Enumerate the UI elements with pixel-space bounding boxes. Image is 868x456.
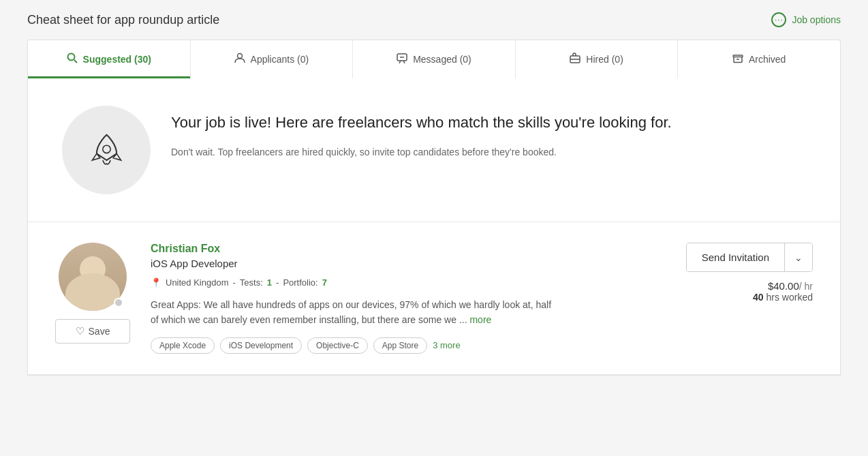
send-invitation-button[interactable]: Send Invitation	[687, 243, 784, 271]
skill-tags: Apple Xcode iOS Development Objective-C …	[151, 337, 666, 354]
tab-messaged[interactable]: Messaged (0)	[353, 40, 516, 78]
job-options-icon: ···	[771, 12, 786, 27]
online-status-dot	[114, 298, 123, 307]
location-icon: 📍	[151, 277, 161, 288]
svg-point-0	[67, 54, 74, 61]
skill-tag[interactable]: iOS Development	[220, 337, 302, 354]
chevron-down-icon: ⌄	[794, 252, 803, 263]
hours-worked: 40 hrs worked	[753, 292, 813, 303]
page-header: Cheat sheet for app roundup article ··· …	[0, 0, 868, 40]
svg-line-1	[74, 60, 77, 63]
freelancer-bio: Great Apps: We all have hundreds of apps…	[151, 297, 559, 328]
tab-messaged-label: Messaged (0)	[413, 54, 471, 65]
banner-subtext: Don't wait. Top freelancers are hired qu…	[171, 145, 672, 159]
avatar-wrapper	[59, 243, 127, 311]
archive-icon	[732, 52, 743, 66]
tab-suggested[interactable]: Suggested (30)	[28, 40, 191, 78]
tab-hired[interactable]: Hired (0)	[516, 40, 679, 78]
tab-archived-label: Archived	[749, 54, 786, 65]
tab-bar: Suggested (30) Applicants (0) Messaged (…	[27, 40, 841, 78]
skill-tag[interactable]: Apple Xcode	[151, 337, 215, 354]
more-skills-link[interactable]: 3 more	[433, 340, 460, 350]
save-label: Save	[89, 326, 110, 337]
banner-text: Your job is live! Here are freelancers w…	[171, 106, 672, 159]
tab-applicants-label: Applicants (0)	[251, 54, 309, 65]
banner-heading: Your job is live! Here are freelancers w…	[171, 112, 672, 134]
svg-point-8	[102, 145, 110, 153]
job-options-button[interactable]: ··· Job options	[771, 12, 841, 27]
tab-archived[interactable]: Archived	[678, 40, 840, 78]
tab-suggested-label: Suggested (30)	[83, 54, 151, 65]
search-icon	[67, 52, 78, 66]
invite-group: Send Invitation ⌄	[686, 243, 813, 272]
briefcase-icon	[570, 52, 580, 66]
meta-separator: -	[233, 277, 236, 288]
hours-label: hrs worked	[766, 292, 813, 303]
person-icon	[234, 52, 245, 66]
avatar-section: ♡ Save	[55, 243, 130, 344]
tests-value[interactable]: 1	[267, 277, 272, 288]
message-icon	[397, 52, 407, 66]
freelancer-name[interactable]: Christian Fox	[151, 243, 666, 255]
freelancer-title: iOS App Developer	[151, 258, 666, 269]
freelancer-meta: 📍 United Kingdom - Tests: 1 - Portfolio:…	[151, 277, 666, 288]
heart-icon: ♡	[76, 325, 84, 337]
bio-more-link[interactable]: more	[469, 314, 491, 325]
tests-label: Tests:	[240, 277, 263, 288]
tab-applicants[interactable]: Applicants (0)	[191, 40, 354, 78]
tab-hired-label: Hired (0)	[586, 54, 623, 65]
page-title: Cheat sheet for app roundup article	[27, 13, 219, 27]
main-content: Your job is live! Here are freelancers w…	[27, 78, 841, 376]
rate-info: $40.00/ hr 40 hrs worked	[753, 280, 813, 303]
portfolio-value[interactable]: 7	[322, 277, 327, 288]
freelancer-actions: Send Invitation ⌄ $40.00/ hr 40 hrs work…	[686, 243, 813, 303]
freelancer-info: Christian Fox iOS App Developer 📍 United…	[151, 243, 666, 354]
freelancer-location: United Kingdom	[166, 277, 229, 288]
rocket-illustration	[62, 106, 151, 194]
svg-point-2	[237, 54, 242, 59]
rate-display: $40.00/ hr	[753, 280, 813, 292]
hours-value: 40	[753, 292, 764, 303]
portfolio-label: Portfolio:	[283, 277, 317, 288]
skill-tag[interactable]: App Store	[373, 337, 427, 354]
save-button[interactable]: ♡ Save	[55, 319, 130, 344]
rate-unit: / hr	[799, 281, 813, 292]
meta-dash: -	[276, 277, 279, 288]
job-options-label: Job options	[792, 14, 841, 25]
svg-rect-7	[733, 55, 743, 57]
job-live-banner: Your job is live! Here are freelancers w…	[28, 78, 840, 222]
freelancer-card: ♡ Save Christian Fox iOS App Developer 📍…	[28, 222, 840, 375]
invite-dropdown-button[interactable]: ⌄	[784, 243, 812, 271]
rate-value: $40.00	[768, 280, 799, 292]
skill-tag[interactable]: Objective-C	[307, 337, 368, 354]
